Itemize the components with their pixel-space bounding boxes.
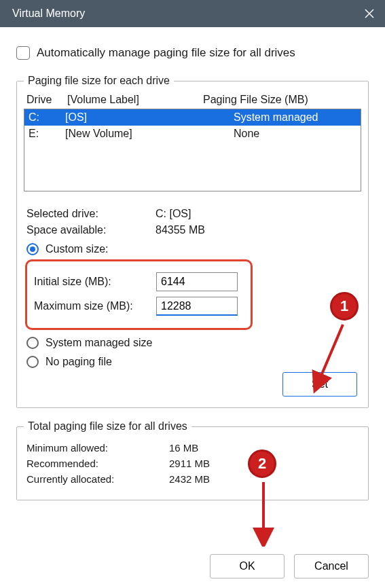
- drive-row[interactable]: E: [New Volume] None: [24, 126, 361, 142]
- drive-row[interactable]: C: [OS] System managed: [24, 109, 361, 126]
- header-volume: [Volume Label]: [67, 94, 203, 106]
- totals-group: Total paging file size for all drives Mi…: [16, 420, 369, 500]
- no-paging-radio[interactable]: [26, 356, 39, 368]
- no-paging-radio-row[interactable]: No paging file: [26, 356, 112, 368]
- drive-letter: E:: [29, 128, 65, 140]
- virtual-memory-dialog: Virtual Memory Automatically manage pagi…: [0, 0, 385, 588]
- system-managed-label: System managed size: [45, 337, 152, 349]
- custom-size-radio-row[interactable]: Custom size:: [26, 243, 359, 255]
- min-allowed-label: Minimum allowed:: [26, 442, 169, 454]
- maximum-size-input[interactable]: [156, 297, 238, 316]
- ok-button[interactable]: OK: [210, 554, 285, 578]
- custom-size-radio[interactable]: [26, 243, 39, 255]
- drive-paging: None: [234, 128, 356, 140]
- cancel-button[interactable]: Cancel: [294, 554, 369, 578]
- initial-size-label: Initial size (MB):: [34, 276, 156, 288]
- header-drive: Drive: [26, 94, 67, 106]
- annotation-arrow-1-icon: [306, 319, 353, 394]
- maximum-size-label: Maximum size (MB):: [34, 300, 156, 312]
- drive-letter: C:: [29, 111, 65, 124]
- per-drive-legend: Paging file size for each drive: [24, 75, 174, 87]
- custom-size-label: Custom size:: [45, 243, 108, 255]
- drive-label: [New Volume]: [65, 128, 234, 140]
- drive-paging: System managed: [234, 111, 356, 124]
- system-managed-radio[interactable]: [26, 337, 39, 349]
- recommended-value: 2911 MB: [169, 458, 210, 469]
- min-allowed-value: 16 MB: [169, 442, 198, 454]
- space-available-value: 84355 MB: [155, 224, 205, 236]
- titlebar: Virtual Memory: [0, 0, 385, 27]
- drive-list[interactable]: C: [OS] System managed E: [New Volume] N…: [24, 109, 361, 191]
- selected-drive-value: C: [OS]: [155, 208, 191, 220]
- svg-line-2: [318, 325, 343, 384]
- initial-size-input[interactable]: [156, 272, 238, 291]
- allocated-value: 2432 MB: [169, 473, 210, 485]
- drive-list-header: Drive [Volume Label] Paging File Size (M…: [24, 92, 361, 109]
- annotation-badge-2: 2: [248, 449, 276, 478]
- dialog-footer: OK Cancel: [210, 554, 369, 578]
- header-paging: Paging File Size (MB): [203, 94, 359, 106]
- recommended-label: Recommended:: [26, 458, 169, 469]
- space-available-label: Space available:: [26, 224, 155, 236]
- window-title: Virtual Memory: [12, 7, 85, 20]
- custom-size-highlight: Initial size (MB): Maximum size (MB):: [25, 259, 253, 330]
- allocated-label: Currently allocated:: [26, 473, 169, 485]
- drive-label: [OS]: [65, 111, 234, 124]
- selected-drive-label: Selected drive:: [26, 208, 155, 220]
- annotation-arrow-2-icon: [251, 479, 278, 547]
- totals-legend: Total paging file size for all drives: [24, 420, 191, 433]
- close-icon[interactable]: [363, 7, 375, 20]
- auto-manage-label: Automatically manage paging file size fo…: [37, 46, 295, 60]
- auto-manage-checkbox[interactable]: [16, 46, 30, 60]
- no-paging-label: No paging file: [45, 356, 112, 368]
- annotation-badge-1: 1: [330, 292, 359, 320]
